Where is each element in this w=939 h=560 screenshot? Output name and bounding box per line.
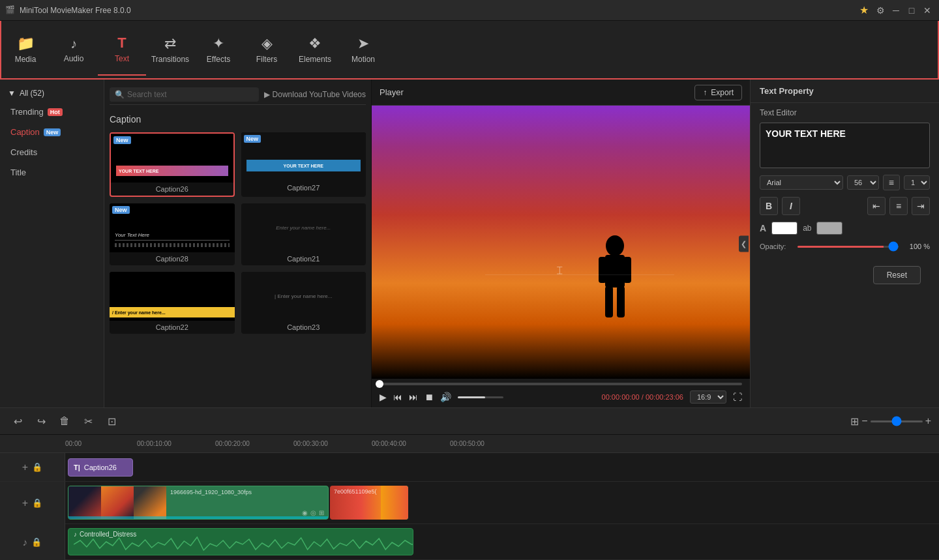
window-controls: ⚙ ─ □ ✕: [874, 4, 934, 17]
font-color-label: A: [760, 223, 766, 233]
reset-button[interactable]: Reset: [873, 266, 921, 284]
ruler-mark-20: 00:00:20:00: [215, 440, 293, 447]
video-track-row: + 🔒 1966695-hd_1920_1080_30fps ◉ ◎ ⊞: [0, 482, 939, 524]
close-button[interactable]: ✕: [921, 4, 934, 17]
progress-thumb[interactable]: [376, 380, 383, 388]
ruler-mark-40: 00:00:40:00: [372, 440, 450, 447]
size-select[interactable]: 56 12 24 36 48 72: [847, 175, 879, 190]
toolbar-text[interactable]: T Text: [98, 23, 146, 76]
sidebar-item-title[interactable]: Title: [0, 162, 104, 183]
video-track-controls: + 🔒: [0, 482, 65, 524]
delete-button[interactable]: 🗑: [55, 411, 74, 431]
app-title: MiniTool MovieMaker Free 8.0.0: [20, 6, 859, 15]
next-frame-button[interactable]: ⏭: [409, 392, 418, 402]
font-color-swatch[interactable]: [771, 222, 797, 235]
clip-icon-2: ◎: [310, 509, 316, 516]
zoom-out-button[interactable]: −: [861, 415, 867, 427]
card-caption27[interactable]: New YOUR TEXT HERE Caption27: [241, 132, 366, 197]
cut-button[interactable]: ✂: [78, 411, 98, 431]
volume-bar[interactable]: [458, 396, 503, 398]
card-label-caption22: Caption22: [110, 321, 235, 334]
maximize-button[interactable]: □: [905, 4, 918, 17]
stop-button[interactable]: ⏹: [425, 392, 434, 402]
undo-button[interactable]: ↩: [8, 411, 27, 431]
align-right-button[interactable]: ⇥: [912, 197, 930, 215]
fullscreen-button[interactable]: ⛶: [733, 392, 742, 402]
sidebar-item-caption[interactable]: Caption New: [0, 122, 104, 142]
zoom-slider[interactable]: [871, 420, 923, 422]
lock-icon[interactable]: 🔒: [32, 462, 42, 472]
audio-track-row: ♪ 🔒 ♪ Controlled_Distress: [0, 524, 939, 560]
audio-note-icon: ♪: [74, 531, 77, 538]
card-caption21[interactable]: Enter your name here... Caption21: [241, 203, 366, 265]
silhouette-figure: [586, 234, 644, 319]
opacity-slider[interactable]: [797, 246, 899, 248]
caption-clip-label: Caption26: [84, 464, 117, 471]
card-thumb-caption27: New YOUR TEXT HERE: [241, 132, 366, 181]
card-caption23[interactable]: | Enter your name here... Caption23: [241, 272, 366, 334]
video-clip-1[interactable]: 1966695-hd_1920_1080_30fps ◉ ◎ ⊞: [68, 486, 329, 520]
toolbar-audio[interactable]: ♪ Audio: [50, 23, 98, 76]
yt-download-button[interactable]: ▶ Download YouTube Videos: [264, 90, 366, 99]
audio-clip[interactable]: ♪ Controlled_Distress: [68, 528, 413, 555]
text-property-header: Text Property: [751, 80, 939, 103]
video-add-icon[interactable]: +: [22, 497, 28, 509]
timeline-ruler: 00:00 00:00:10:00 00:00:20:00 00:00:30:0…: [0, 435, 939, 453]
audio-track-icon: ♪: [23, 537, 28, 548]
panel-toggle[interactable]: ❮: [739, 235, 749, 252]
ratio-select[interactable]: 16:9 9:16 1:1 4:3: [690, 391, 726, 404]
filters-label: Filters: [256, 55, 278, 64]
stroke-color-swatch[interactable]: [816, 222, 842, 235]
app-icon: 🎬: [5, 5, 16, 16]
progress-bar[interactable]: [380, 383, 742, 385]
player-controls: ▶ ⏮ ⏭ ⏹ 🔊 00:00:00:00 / 00:00:23:06 16:9…: [372, 379, 750, 407]
media-label: Media: [15, 55, 37, 64]
filters-icon: ◈: [261, 35, 273, 52]
video-lock-icon[interactable]: 🔒: [32, 498, 42, 508]
caption-grid: New YOUR TEXT HERE Caption26 New: [110, 132, 366, 334]
thumb21-text: Enter your name here...: [276, 225, 331, 231]
italic-button[interactable]: I: [782, 197, 800, 215]
line-spacing-button[interactable]: ≡: [883, 175, 900, 190]
crop-button[interactable]: ⊡: [102, 411, 121, 431]
font-select[interactable]: Arial Times New Roman Helvetica: [760, 175, 843, 190]
zoom-in-button[interactable]: +: [925, 415, 931, 427]
total-time: 00:00:23:06: [646, 393, 683, 401]
player-video: ⌶: [372, 106, 750, 379]
search-box[interactable]: 🔍 Search text: [110, 87, 259, 102]
align-center-button[interactable]: ≡: [889, 197, 908, 215]
redo-button[interactable]: ↪: [31, 411, 51, 431]
toolbar-motion[interactable]: ➤ Motion: [339, 23, 387, 76]
sidebar-all[interactable]: ▼ All (52): [0, 85, 104, 102]
text-input-area[interactable]: YOUR TEXT HERE: [760, 123, 930, 168]
prev-frame-button[interactable]: ⏮: [393, 392, 402, 402]
card-caption22[interactable]: / Enter your name here... Caption22: [110, 272, 235, 334]
stroke-label: ab: [803, 224, 811, 233]
media-icon: 📁: [17, 35, 35, 52]
line-spacing-select[interactable]: 1 1.5 2: [904, 175, 930, 190]
export-button[interactable]: ↑ Export: [694, 85, 742, 100]
settings-button[interactable]: ⚙: [874, 4, 887, 17]
toolbar-elements[interactable]: ❖ Elements: [291, 23, 339, 76]
all-label: All (52): [20, 89, 44, 98]
sidebar: ▼ All (52) Trending Hot Caption New Cred…: [0, 80, 104, 407]
video-clip-2-label: 7e00f651109e5(: [334, 488, 377, 495]
ruler-mark-10: 00:00:10:00: [137, 440, 215, 447]
fit-button[interactable]: ⊞: [850, 415, 859, 428]
toolbar-media[interactable]: 📁 Media: [1, 23, 50, 76]
caption-clip[interactable]: T| Caption26: [68, 458, 133, 477]
toolbar-transitions[interactable]: ⇄ Transitions: [146, 23, 194, 76]
sidebar-item-trending[interactable]: Trending Hot: [0, 102, 104, 122]
play-button[interactable]: ▶: [380, 392, 387, 402]
card-caption26[interactable]: New YOUR TEXT HERE Caption26: [110, 132, 235, 197]
card-caption28[interactable]: New Your Text Here Caption28: [110, 203, 235, 265]
add-track-icon[interactable]: +: [22, 462, 28, 473]
align-left-button[interactable]: ⇤: [867, 197, 886, 215]
bold-button[interactable]: B: [760, 197, 778, 215]
toolbar-filters[interactable]: ◈ Filters: [243, 23, 291, 76]
audio-lock-icon[interactable]: 🔒: [31, 537, 42, 547]
video-clip-2[interactable]: 7e00f651109e5(: [330, 486, 408, 520]
minimize-button[interactable]: ─: [889, 4, 902, 17]
sidebar-item-credits[interactable]: Credits: [0, 142, 104, 162]
toolbar-effects[interactable]: ✦ Effects: [194, 23, 243, 76]
